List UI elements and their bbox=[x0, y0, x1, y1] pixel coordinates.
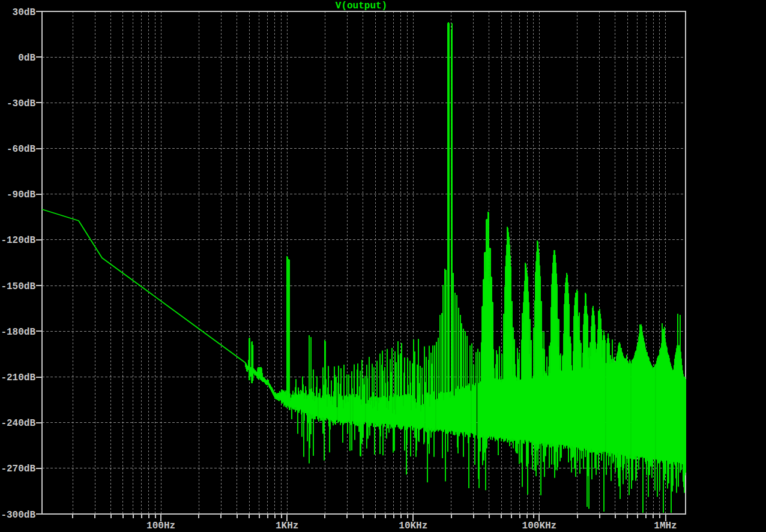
svg-text:0dB: 0dB bbox=[18, 53, 35, 64]
svg-text:10KHz: 10KHz bbox=[399, 521, 427, 531]
svg-text:-270dB: -270dB bbox=[1, 464, 35, 474]
svg-text:-150dB: -150dB bbox=[1, 281, 35, 292]
svg-text:1MHz: 1MHz bbox=[654, 521, 677, 531]
svg-text:100KHz: 100KHz bbox=[522, 521, 557, 531]
svg-text:-60dB: -60dB bbox=[7, 144, 35, 155]
svg-text:V(output): V(output) bbox=[336, 1, 387, 11]
svg-text:-30dB: -30dB bbox=[7, 98, 35, 109]
svg-text:30dB: 30dB bbox=[13, 7, 36, 18]
svg-text:1KHz: 1KHz bbox=[276, 521, 298, 531]
svg-text:-300dB: -300dB bbox=[1, 510, 35, 521]
svg-text:-90dB: -90dB bbox=[7, 190, 35, 200]
svg-text:-240dB: -240dB bbox=[1, 418, 35, 429]
svg-text:-120dB: -120dB bbox=[1, 235, 35, 246]
svg-text:100Hz: 100Hz bbox=[146, 521, 175, 531]
svg-text:-210dB: -210dB bbox=[1, 372, 35, 383]
svg-text:-180dB: -180dB bbox=[1, 327, 35, 338]
